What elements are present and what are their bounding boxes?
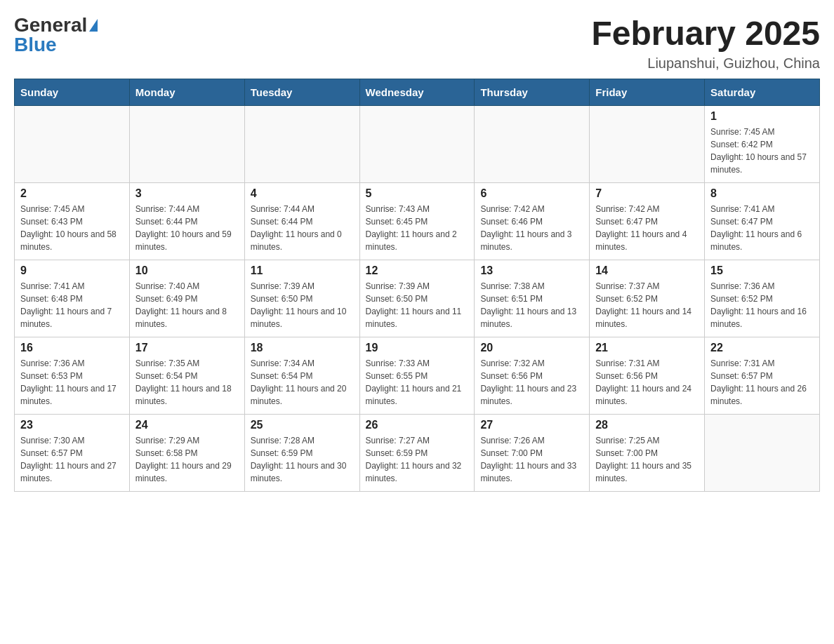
calendar-cell: 28Sunrise: 7:25 AM Sunset: 7:00 PM Dayli… (590, 415, 705, 492)
day-of-week-header: Saturday (705, 79, 820, 106)
day-info: Sunrise: 7:35 AM Sunset: 6:54 PM Dayligh… (135, 357, 239, 408)
day-number: 13 (480, 264, 583, 277)
day-info: Sunrise: 7:28 AM Sunset: 6:59 PM Dayligh… (251, 434, 354, 485)
day-info: Sunrise: 7:31 AM Sunset: 6:57 PM Dayligh… (710, 357, 814, 408)
calendar-cell: 23Sunrise: 7:30 AM Sunset: 6:57 PM Dayli… (15, 415, 130, 492)
calendar-cell: 25Sunrise: 7:28 AM Sunset: 6:59 PM Dayli… (244, 415, 359, 492)
day-info: Sunrise: 7:45 AM Sunset: 6:42 PM Dayligh… (710, 126, 814, 176)
calendar-cell: 9Sunrise: 7:41 AM Sunset: 6:48 PM Daylig… (15, 260, 130, 337)
day-number: 27 (480, 419, 583, 431)
day-info: Sunrise: 7:29 AM Sunset: 6:58 PM Dayligh… (135, 434, 239, 485)
day-info: Sunrise: 7:32 AM Sunset: 6:56 PM Dayligh… (480, 357, 583, 408)
day-number: 28 (595, 419, 699, 431)
day-number: 16 (20, 342, 124, 354)
month-title: February 2025 (591, 14, 820, 53)
day-info: Sunrise: 7:45 AM Sunset: 6:43 PM Dayligh… (20, 203, 124, 253)
day-number: 4 (251, 187, 354, 200)
calendar-cell: 20Sunrise: 7:32 AM Sunset: 6:56 PM Dayli… (475, 337, 590, 415)
day-number: 18 (251, 342, 354, 354)
day-of-week-header: Sunday (15, 79, 130, 106)
calendar-cell: 14Sunrise: 7:37 AM Sunset: 6:52 PM Dayli… (590, 260, 705, 337)
calendar-cell: 15Sunrise: 7:36 AM Sunset: 6:52 PM Dayli… (705, 260, 820, 337)
day-number: 11 (251, 264, 354, 277)
day-number: 8 (710, 187, 814, 200)
day-info: Sunrise: 7:44 AM Sunset: 6:44 PM Dayligh… (135, 203, 239, 253)
day-info: Sunrise: 7:42 AM Sunset: 6:46 PM Dayligh… (480, 203, 583, 253)
day-number: 10 (135, 264, 239, 277)
day-of-week-header: Thursday (475, 79, 590, 106)
day-number: 25 (251, 419, 354, 431)
day-of-week-header: Tuesday (244, 79, 359, 106)
calendar-cell: 17Sunrise: 7:35 AM Sunset: 6:54 PM Dayli… (129, 337, 244, 415)
calendar-week-row: 16Sunrise: 7:36 AM Sunset: 6:53 PM Dayli… (15, 337, 820, 415)
calendar-cell (244, 106, 359, 183)
calendar-cell: 16Sunrise: 7:36 AM Sunset: 6:53 PM Dayli… (15, 337, 130, 415)
calendar-cell: 6Sunrise: 7:42 AM Sunset: 6:46 PM Daylig… (475, 183, 590, 260)
calendar-cell (15, 106, 130, 183)
calendar-cell: 4Sunrise: 7:44 AM Sunset: 6:44 PM Daylig… (244, 183, 359, 260)
calendar-week-row: 1Sunrise: 7:45 AM Sunset: 6:42 PM Daylig… (15, 106, 820, 183)
calendar-cell: 26Sunrise: 7:27 AM Sunset: 6:59 PM Dayli… (359, 415, 475, 492)
day-number: 14 (595, 264, 699, 277)
calendar-cell: 19Sunrise: 7:33 AM Sunset: 6:55 PM Dayli… (359, 337, 475, 415)
calendar-cell: 1Sunrise: 7:45 AM Sunset: 6:42 PM Daylig… (705, 106, 820, 183)
day-info: Sunrise: 7:43 AM Sunset: 6:45 PM Dayligh… (366, 203, 469, 253)
calendar-cell: 18Sunrise: 7:34 AM Sunset: 6:54 PM Dayli… (244, 337, 359, 415)
day-number: 3 (135, 187, 239, 200)
day-info: Sunrise: 7:31 AM Sunset: 6:56 PM Dayligh… (595, 357, 699, 408)
calendar-cell (590, 106, 705, 183)
day-number: 22 (710, 342, 814, 354)
page-header: General Blue February 2025 Liupanshui, G… (14, 14, 820, 72)
day-info: Sunrise: 7:42 AM Sunset: 6:47 PM Dayligh… (595, 203, 699, 253)
day-info: Sunrise: 7:40 AM Sunset: 6:49 PM Dayligh… (135, 280, 239, 330)
day-info: Sunrise: 7:44 AM Sunset: 6:44 PM Dayligh… (251, 203, 354, 253)
calendar-cell: 3Sunrise: 7:44 AM Sunset: 6:44 PM Daylig… (129, 183, 244, 260)
day-info: Sunrise: 7:41 AM Sunset: 6:48 PM Dayligh… (20, 280, 124, 330)
calendar-cell: 24Sunrise: 7:29 AM Sunset: 6:58 PM Dayli… (129, 415, 244, 492)
day-info: Sunrise: 7:36 AM Sunset: 6:53 PM Dayligh… (20, 357, 124, 408)
day-of-week-header: Friday (590, 79, 705, 106)
day-number: 1 (710, 110, 814, 123)
day-info: Sunrise: 7:38 AM Sunset: 6:51 PM Dayligh… (480, 280, 583, 330)
calendar-cell: 22Sunrise: 7:31 AM Sunset: 6:57 PM Dayli… (705, 337, 820, 415)
calendar-cell: 5Sunrise: 7:43 AM Sunset: 6:45 PM Daylig… (359, 183, 475, 260)
day-info: Sunrise: 7:33 AM Sunset: 6:55 PM Dayligh… (366, 357, 469, 408)
logo: General Blue (14, 14, 98, 56)
calendar-cell (705, 415, 820, 492)
day-info: Sunrise: 7:36 AM Sunset: 6:52 PM Dayligh… (710, 280, 814, 330)
calendar-week-row: 2Sunrise: 7:45 AM Sunset: 6:43 PM Daylig… (15, 183, 820, 260)
day-number: 5 (366, 187, 469, 200)
calendar-cell (475, 106, 590, 183)
day-number: 21 (595, 342, 699, 354)
calendar-cell: 27Sunrise: 7:26 AM Sunset: 7:00 PM Dayli… (475, 415, 590, 492)
calendar-header-row: SundayMondayTuesdayWednesdayThursdayFrid… (15, 79, 820, 106)
day-info: Sunrise: 7:30 AM Sunset: 6:57 PM Dayligh… (20, 434, 124, 485)
day-number: 23 (20, 419, 124, 431)
calendar-cell: 11Sunrise: 7:39 AM Sunset: 6:50 PM Dayli… (244, 260, 359, 337)
day-info: Sunrise: 7:39 AM Sunset: 6:50 PM Dayligh… (251, 280, 354, 330)
day-number: 12 (366, 264, 469, 277)
title-block: February 2025 Liupanshui, Guizhou, China (591, 14, 820, 72)
calendar-cell: 8Sunrise: 7:41 AM Sunset: 6:47 PM Daylig… (705, 183, 820, 260)
day-number: 19 (366, 342, 469, 354)
calendar-cell: 12Sunrise: 7:39 AM Sunset: 6:50 PM Dayli… (359, 260, 475, 337)
day-number: 20 (480, 342, 583, 354)
day-number: 17 (135, 342, 239, 354)
day-info: Sunrise: 7:34 AM Sunset: 6:54 PM Dayligh… (251, 357, 354, 408)
day-of-week-header: Wednesday (359, 79, 475, 106)
calendar-cell (129, 106, 244, 183)
calendar-table: SundayMondayTuesdayWednesdayThursdayFrid… (14, 79, 820, 492)
day-info: Sunrise: 7:37 AM Sunset: 6:52 PM Dayligh… (595, 280, 699, 330)
day-number: 7 (595, 187, 699, 200)
day-number: 24 (135, 419, 239, 431)
day-info: Sunrise: 7:26 AM Sunset: 7:00 PM Dayligh… (480, 434, 583, 485)
calendar-week-row: 9Sunrise: 7:41 AM Sunset: 6:48 PM Daylig… (15, 260, 820, 337)
calendar-cell (359, 106, 475, 183)
calendar-cell: 13Sunrise: 7:38 AM Sunset: 6:51 PM Dayli… (475, 260, 590, 337)
calendar-cell: 10Sunrise: 7:40 AM Sunset: 6:49 PM Dayli… (129, 260, 244, 337)
logo-blue-text: Blue (14, 34, 57, 56)
day-info: Sunrise: 7:41 AM Sunset: 6:47 PM Dayligh… (710, 203, 814, 253)
logo-triangle-icon (89, 19, 98, 32)
day-number: 2 (20, 187, 124, 200)
day-number: 9 (20, 264, 124, 277)
